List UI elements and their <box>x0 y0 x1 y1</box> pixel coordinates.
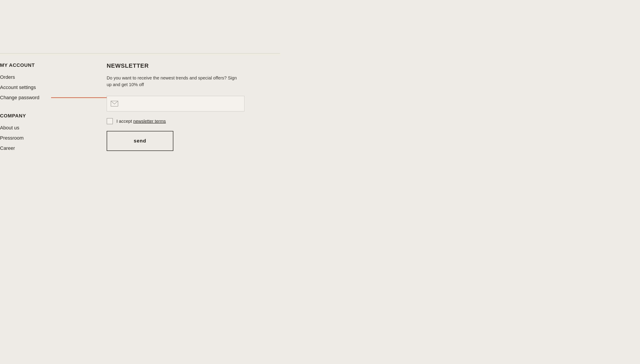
main-content: MY ACCOUNT Orders Account settings Chang… <box>0 54 640 156</box>
newsletter-section: NEWSLETTER Do you want to receive the ne… <box>98 62 253 156</box>
newsletter-description: Do you want to receive the newest trends… <box>107 74 240 88</box>
page-wrapper: MY ACCOUNT Orders Account settings Chang… <box>0 0 640 364</box>
email-input[interactable] <box>107 96 245 112</box>
pressroom-link[interactable]: Pressroom <box>0 135 98 141</box>
email-input-wrapper <box>107 96 245 112</box>
terms-checkbox[interactable] <box>107 118 113 124</box>
about-us-link[interactable]: About us <box>0 125 98 131</box>
newsletter-terms-link[interactable]: newsletter terms <box>133 119 166 124</box>
section-gap <box>0 105 98 113</box>
company-title: COMPANY <box>0 113 98 119</box>
account-settings-link[interactable]: Account settings <box>0 84 98 90</box>
orders-link[interactable]: Orders <box>0 74 98 80</box>
my-account-title: MY ACCOUNT <box>0 62 98 68</box>
send-button[interactable]: send <box>107 131 173 151</box>
sidebar: MY ACCOUNT Orders Account settings Chang… <box>0 62 98 156</box>
career-link[interactable]: Career <box>0 146 98 151</box>
newsletter-terms-row: I accept newsletter terms <box>107 118 253 124</box>
top-spacer <box>0 0 640 53</box>
newsletter-title: NEWSLETTER <box>107 62 253 69</box>
checkbox-label: I accept newsletter terms <box>116 119 166 124</box>
change-password-link[interactable]: Change password <box>0 95 39 100</box>
